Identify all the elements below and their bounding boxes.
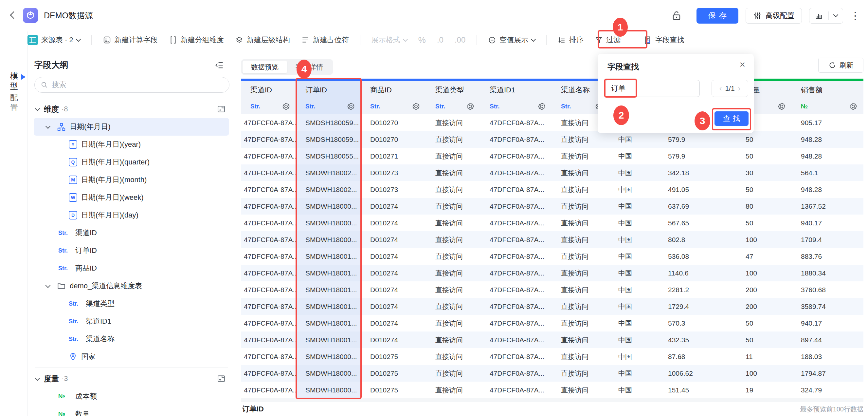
table-row[interactable]: 47DFCF0A-87A...SMDWH18001...D010274直接访问4… xyxy=(241,281,863,298)
bar-chart-icon[interactable] xyxy=(809,8,828,23)
field-find-button[interactable]: 字段查找 xyxy=(643,35,684,45)
new-group-dim-button[interactable]: 新建分组维度 xyxy=(169,35,224,45)
preview-limit-note: 最多预览前100行数据 xyxy=(241,405,863,414)
collapse-panel-icon[interactable] xyxy=(215,61,224,70)
table-row[interactable]: 47DFCF0A-87A...SMDWH18001...D010274直接访问4… xyxy=(241,331,863,348)
table-row[interactable]: 47DFCF0A-87A...SMDWH18000...D010274直接访问4… xyxy=(241,231,863,248)
table-row[interactable]: 47DFCF0A-87A...SMDWH18000...D010275直接访问4… xyxy=(241,382,863,398)
tree-item-商品ID[interactable]: Str.商品ID xyxy=(34,260,229,277)
topbar-divider xyxy=(689,11,689,21)
new-calc-field-button[interactable]: 新建计算字段 xyxy=(103,35,158,45)
cell: 50 xyxy=(737,148,792,165)
panel-expand-arrow-icon[interactable] xyxy=(21,74,26,80)
sort-button[interactable]: 排序 xyxy=(558,35,584,45)
folderplus-icon xyxy=(217,105,226,114)
gear-icon[interactable] xyxy=(282,102,290,111)
tree-item-国家[interactable]: 国家 xyxy=(34,348,229,365)
pager-next-icon[interactable]: › xyxy=(738,85,741,92)
add-folder-icon[interactable] xyxy=(217,105,226,114)
display-format-dropdown[interactable]: 展示格式 xyxy=(371,35,407,45)
cell: 中国 xyxy=(609,131,659,148)
table-row[interactable]: 47DFCF0A-87A...SMDSH180059...D010270直接访问… xyxy=(241,131,863,148)
new-hierarchy-button[interactable]: 新建层级结构 xyxy=(235,35,290,45)
cell: 47DFCF0A-87A... xyxy=(241,214,296,231)
table-row[interactable]: 47DFCF0A-87A...SMDWH18001...D010274直接访问4… xyxy=(241,248,863,265)
tree-item-渠道ID1[interactable]: Str.渠道ID1 xyxy=(34,313,229,330)
decimal00-format-button[interactable]: .00 xyxy=(455,35,465,44)
table-row[interactable]: 47DFCF0A-87A...SMDWH18000...D010275直接访问4… xyxy=(241,365,863,382)
table-row[interactable]: 47DFCF0A-87A...SMDWH18002...D010273直接访问4… xyxy=(241,181,863,198)
gear-icon[interactable] xyxy=(849,102,858,111)
tree-group-维度[interactable]: 维度 ·8 xyxy=(34,100,229,118)
refresh-button[interactable]: 刷新 xyxy=(818,58,863,73)
tree-item-日期(年月日)(quarter)[interactable]: Q日期(年月日)(quarter) xyxy=(34,153,229,171)
tree-item-日期(年月日)(month)[interactable]: M日期(年月日)(month) xyxy=(34,171,229,189)
tree-item-渠道类型[interactable]: Str.渠道类型 xyxy=(34,295,229,313)
cell: SMDWH18000... xyxy=(296,348,361,365)
field-search-box[interactable] xyxy=(34,77,229,93)
table-row[interactable]: 47DFCF0A-87A...SMDWH18001...D010274直接访问4… xyxy=(241,315,863,331)
gear-icon[interactable] xyxy=(466,102,474,111)
tree-item-订单ID[interactable]: Str.订单ID xyxy=(34,242,229,260)
tree-group-度量[interactable]: 度量 ·3 xyxy=(34,370,229,387)
tab-data-preview[interactable]: 数据预览 xyxy=(243,61,287,73)
save-button[interactable]: 保存 xyxy=(696,8,738,24)
table-row[interactable]: 47DFCF0A-87A...SMDWH18000...D010274直接访问4… xyxy=(241,198,863,214)
group-count: ·8 xyxy=(62,105,68,113)
column-header-销售额[interactable]: 销售额 № xyxy=(792,79,863,114)
tree-item-渠道ID[interactable]: Str.渠道ID xyxy=(34,224,229,242)
gear-icon[interactable] xyxy=(777,102,786,111)
gear-icon[interactable] xyxy=(412,102,420,111)
chart-dropdown-chevron[interactable] xyxy=(829,8,843,23)
table-row[interactable]: 47DFCF0A-87A...SMDWH18001...D010274直接访问4… xyxy=(241,298,863,315)
table-row[interactable]: 47DFCF0A-87A...SMDSH180059...D010270直接访问… xyxy=(241,114,863,131)
filter-button[interactable]: 过滤 xyxy=(595,35,621,45)
lock-icon[interactable] xyxy=(671,10,682,21)
back-icon[interactable] xyxy=(8,11,17,20)
tree-item-日期(年月日)(day)[interactable]: D日期(年月日)(day) xyxy=(34,206,229,224)
find-query-input[interactable]: 订单 xyxy=(605,80,700,97)
chevron-down-icon[interactable] xyxy=(35,376,40,381)
more-menu-icon[interactable]: ⋮ xyxy=(850,11,860,21)
tree-item-日期(年月日)(year)[interactable]: Y日期(年月日)(year) xyxy=(34,136,229,153)
tree-item-成本额[interactable]: №成本额 xyxy=(34,387,229,405)
table-row[interactable]: 47DFCF0A-87A...SMDWH18001...D010274直接访问4… xyxy=(241,265,863,281)
cell: SMDSH180055... xyxy=(296,148,361,165)
cell: 432.35 xyxy=(659,331,737,348)
tree-item-日期(年月日)(week)[interactable]: W日期(年月日)(week) xyxy=(34,189,229,206)
cell: 50 xyxy=(737,331,792,348)
tree-item-日期(年月日)[interactable]: 日期(年月日) xyxy=(34,118,229,136)
gear-icon[interactable] xyxy=(537,102,546,111)
column-header-渠道ID[interactable]: 渠道ID Str. xyxy=(241,79,296,114)
tree-item-渠道名称[interactable]: Str.渠道名称 xyxy=(34,330,229,348)
tree-item-数量[interactable]: №数量 xyxy=(34,405,229,416)
rail-tab-config[interactable]: 配置 xyxy=(10,92,18,113)
search-input[interactable] xyxy=(52,81,223,89)
table-row[interactable]: 47DFCF0A-87A...SMDSH180055...D010271直接访问… xyxy=(241,148,863,165)
add-folder-icon[interactable] xyxy=(217,374,226,383)
column-header-商品ID[interactable]: 商品ID Str. xyxy=(361,79,426,114)
chevron-down-icon[interactable] xyxy=(45,283,51,288)
pager-prev-icon[interactable]: ‹ xyxy=(719,85,722,92)
rail-tab-model[interactable]: 模型 xyxy=(10,71,18,91)
table-row[interactable]: 47DFCF0A-87A...SMDWH18002...D010273直接访问4… xyxy=(241,165,863,181)
null-display-dropdown[interactable]: 空值展示 xyxy=(488,35,535,45)
close-icon[interactable]: × xyxy=(739,59,745,70)
column-header-渠道类型[interactable]: 渠道类型 Str. xyxy=(426,79,480,114)
source-table-dropdown[interactable]: 来源表 · 2 xyxy=(28,35,80,45)
chevron-down-icon[interactable] xyxy=(45,123,51,129)
find-button[interactable]: 查找 xyxy=(714,111,748,126)
column-header-渠道ID1[interactable]: 渠道ID1 Str. xyxy=(480,79,552,114)
gear-icon[interactable] xyxy=(347,102,355,111)
new-placeholder-button[interactable]: 新建占位符 xyxy=(301,35,349,45)
percent-format-button[interactable]: % xyxy=(418,35,426,45)
column-header-订单ID[interactable]: 订单ID Str. xyxy=(296,79,361,114)
table-row[interactable]: 47DFCF0A-87A...SMDWH18000...D010274直接访问4… xyxy=(241,214,863,231)
tab-field-detail[interactable]: 字段详情 xyxy=(287,61,332,73)
advanced-config-button[interactable]: 高级配置 xyxy=(746,8,802,24)
cell: 47DFCF0A-87A... xyxy=(480,214,552,231)
decimal0-format-button[interactable]: .0 xyxy=(437,35,443,44)
chevron-down-icon[interactable] xyxy=(35,106,40,111)
tree-item-demo_渠道信息维度表[interactable]: demo_渠道信息维度表 xyxy=(34,277,229,295)
table-row[interactable]: 47DFCF0A-87A...SMDWH18000...D010275直接访问4… xyxy=(241,348,863,365)
